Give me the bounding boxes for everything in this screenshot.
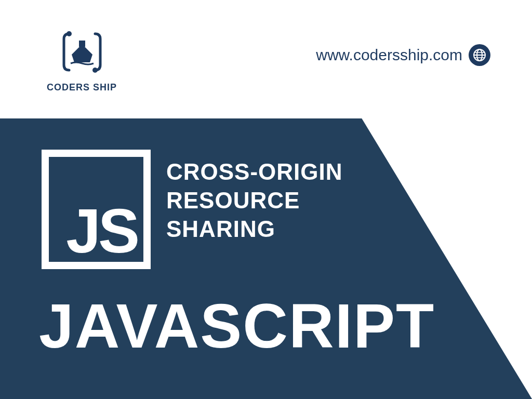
website-url: www.codersship.com — [316, 46, 462, 64]
subtitle-line-3: SHARING — [166, 215, 343, 243]
logo-text: CODERS SHIP — [47, 82, 117, 93]
logo: CODERS SHIP — [47, 26, 117, 93]
js-logo-box: JS — [42, 150, 151, 269]
header: CODERS SHIP www.codersship.com — [0, 0, 532, 130]
subtitle: CROSS-ORIGIN RESOURCE SHARING — [166, 157, 343, 243]
svg-point-0 — [66, 31, 72, 36]
banner: JS CROSS-ORIGIN RESOURCE SHARING JAVASCR… — [0, 118, 532, 399]
js-logo-text: JS — [66, 200, 137, 262]
main-title: JAVASCRIPT — [39, 290, 435, 362]
svg-point-1 — [92, 68, 98, 73]
ship-logo-icon — [56, 26, 108, 78]
url-container: www.codersship.com — [316, 44, 490, 66]
subtitle-line-2: RESOURCE — [166, 186, 343, 215]
svg-rect-2 — [79, 41, 85, 47]
subtitle-line-1: CROSS-ORIGIN — [166, 157, 343, 186]
globe-icon — [469, 44, 490, 66]
